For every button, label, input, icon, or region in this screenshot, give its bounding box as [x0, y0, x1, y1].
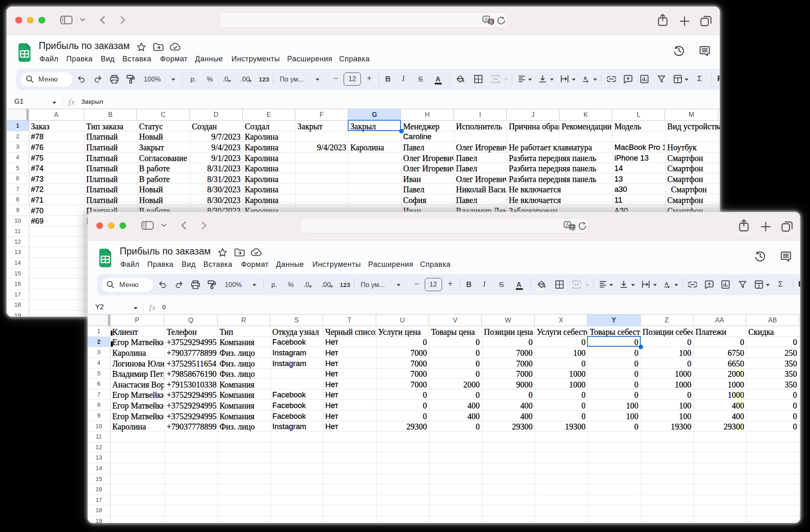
svg-text:A: A — [566, 222, 569, 227]
svg-text:A: A — [584, 75, 588, 81]
svg-text:A: A — [665, 281, 668, 286]
svg-text:文: 文 — [489, 19, 493, 24]
svg-text:A: A — [485, 16, 488, 21]
svg-text:文: 文 — [570, 225, 574, 229]
